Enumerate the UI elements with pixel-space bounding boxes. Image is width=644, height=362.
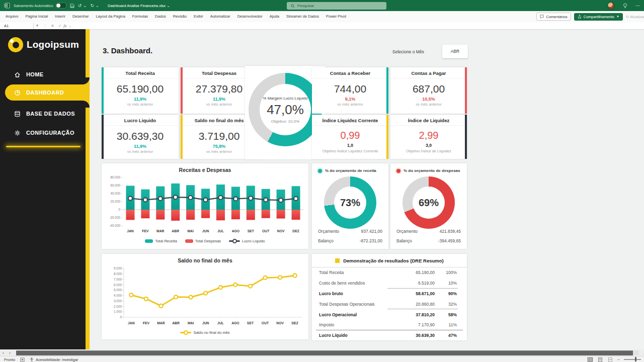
comment-icon bbox=[540, 15, 544, 19]
sidebar-divider bbox=[6, 146, 80, 147]
dre-summary-table: Demonstração de resultados (DRE Resumo) … bbox=[312, 254, 467, 340]
bar-chart-svg: 80.00060.00040.00020.0000-20.000-40.000J… bbox=[102, 174, 308, 237]
minimize-icon[interactable]: — bbox=[635, 0, 640, 11]
svg-text:AGO: AGO bbox=[232, 229, 239, 233]
legend-item: Total Despesas bbox=[185, 239, 221, 243]
zoom-out-icon[interactable]: − bbox=[617, 357, 620, 362]
autosave-toggle[interactable] bbox=[55, 3, 66, 9]
ribbon-tab-automatizar[interactable]: Automatizar bbox=[207, 11, 234, 22]
ribbon-tab-página-inicial[interactable]: Página Inicial bbox=[22, 11, 51, 22]
sidebar-item-configuracao[interactable]: CONFIGURAÇÃO bbox=[0, 126, 86, 140]
line-chart-svg: 9.0008.0007.0006.0005.0004.0003.0002.000… bbox=[102, 265, 308, 328]
legend-dot-receita bbox=[318, 169, 322, 173]
workbook-title[interactable]: Dashboard Analise Financeira.xlsx ⌄ bbox=[108, 4, 170, 8]
zoom-slider[interactable] bbox=[624, 359, 641, 360]
chart-saldo-final-mes: Saldo no final do mês 9.0008.0007.0006.0… bbox=[102, 254, 308, 339]
svg-text:DEZ: DEZ bbox=[291, 321, 298, 325]
ribbon-tab-desenvolvedor[interactable]: Desenvolvedor bbox=[234, 11, 266, 22]
save-icon[interactable] bbox=[70, 4, 74, 8]
svg-text:JUL: JUL bbox=[217, 321, 224, 325]
svg-text:0: 0 bbox=[120, 315, 122, 319]
kpi-card-total-receita: Total Receita 65.190,00 11,9% vs mês ant… bbox=[102, 67, 179, 114]
ribbon-tab-layout-da-página[interactable]: Layout da Página bbox=[92, 11, 128, 22]
macro-record-icon[interactable] bbox=[20, 357, 25, 362]
database-icon bbox=[14, 111, 21, 117]
sidebar-item-base-de-dados[interactable]: BASE DE DADOS bbox=[0, 107, 86, 121]
namebox-dropdown-icon[interactable]: ▼ bbox=[34, 24, 41, 27]
legend-item: Lucro Líquido bbox=[229, 239, 265, 243]
gauge-target: Objetivo: 10,0% bbox=[271, 119, 299, 124]
sheet-nav-right-icon[interactable]: › bbox=[7, 350, 13, 355]
table-row: Balanço-872.231,00 bbox=[318, 236, 382, 245]
gauge-card-margem-lucro: % Margem Lucro Líquido 47,0% Objetivo: 1… bbox=[245, 66, 326, 159]
svg-text:MAR: MAR bbox=[156, 229, 165, 233]
name-box[interactable] bbox=[0, 23, 34, 29]
svg-text:2.000: 2.000 bbox=[114, 305, 122, 308]
enter-icon[interactable]: ✓ bbox=[56, 24, 64, 28]
page-break-view-icon[interactable] bbox=[607, 357, 613, 362]
svg-text:AGO: AGO bbox=[231, 321, 239, 325]
scrollbar-thumb[interactable] bbox=[16, 350, 633, 355]
user-avatar[interactable] bbox=[607, 2, 615, 10]
kpi-accent-bar bbox=[386, 115, 388, 159]
svg-text:ABR: ABR bbox=[172, 229, 179, 233]
zoom-slider-handle[interactable] bbox=[635, 357, 636, 361]
ribbon-tab-arquivo[interactable]: Arquivo bbox=[2, 11, 22, 22]
ribbon-tab-inserir[interactable]: Inserir bbox=[51, 11, 69, 22]
undo-icon[interactable]: ↺ ⌄ bbox=[78, 0, 87, 11]
page-layout-view-icon[interactable] bbox=[597, 357, 603, 362]
cancel-icon[interactable]: ✕ bbox=[49, 24, 56, 28]
share-button[interactable]: Compartilhamento ▼ bbox=[574, 13, 623, 21]
svg-text:3.000: 3.000 bbox=[114, 299, 122, 303]
formula-input[interactable] bbox=[73, 23, 644, 29]
table-row: Total Receita65.190,00100% bbox=[312, 267, 467, 278]
legend-item: Total Receita bbox=[145, 239, 177, 243]
line-chart-legend: Saldo no final do mês bbox=[102, 330, 308, 335]
svg-text:NOV: NOV bbox=[276, 321, 284, 325]
svg-text:JAN: JAN bbox=[128, 321, 135, 325]
kpi-accent-bar bbox=[181, 67, 183, 114]
ribbon-tab-exibir[interactable]: Exibir bbox=[190, 11, 207, 22]
ribbon-tab-revisão[interactable]: Revisão bbox=[170, 11, 190, 22]
svg-text:20.000: 20.000 bbox=[110, 200, 120, 203]
accessibility-icon bbox=[30, 357, 34, 362]
svg-text:OUT: OUT bbox=[262, 321, 269, 325]
formula-bar: ▼ ⋮ ✕ ✓ fx ⌄ bbox=[0, 22, 644, 30]
svg-text:FEV: FEV bbox=[143, 321, 150, 325]
month-slicer-button[interactable]: ABR bbox=[442, 45, 468, 58]
search-icon bbox=[291, 4, 295, 8]
table-row: Lucro bruto58.671,0090% bbox=[312, 289, 467, 299]
ribbon-tab-dados[interactable]: Dados bbox=[151, 11, 170, 22]
ribbon-tab-desenhar[interactable]: Desenhar bbox=[69, 11, 93, 22]
dre-bullet-icon bbox=[335, 258, 340, 263]
comments-button[interactable]: Comentários bbox=[536, 13, 571, 21]
home-icon bbox=[14, 71, 21, 78]
gear-icon bbox=[14, 130, 21, 136]
formula-expand-icon[interactable]: ⌄ bbox=[67, 24, 73, 28]
search-input[interactable]: Pesquisar bbox=[287, 2, 386, 10]
bar-chart-legend: Total ReceitaTotal DespesasLucro Líquido bbox=[102, 239, 308, 243]
svg-text:JAN: JAN bbox=[127, 229, 134, 233]
kpi-card-contas-a-receber: Contas a Receber 744,00 9,1% vs mês ante… bbox=[312, 67, 388, 114]
redo-icon[interactable]: ↻ ⌄ bbox=[90, 0, 99, 11]
legend-dot-despesas bbox=[396, 169, 400, 173]
ribbon-tab-fórmulas[interactable]: Fórmulas bbox=[129, 11, 151, 22]
sheet-nav-left-icon[interactable]: ‹ bbox=[0, 350, 7, 355]
ribbon-tab-streamer-de-dados[interactable]: Streamer de Dados bbox=[283, 11, 323, 22]
donut-chart-despesas: 69% bbox=[403, 176, 455, 229]
sidebar-item-home[interactable]: HOME bbox=[0, 67, 86, 81]
share-icon bbox=[578, 15, 582, 19]
ribbon-tab-power-pivot[interactable]: Power Pivot bbox=[323, 11, 350, 22]
donut-chart-receita: 73% bbox=[324, 176, 376, 229]
update-button[interactable]: ↻ Atualizar bbox=[626, 15, 644, 19]
horizontal-scrollbar[interactable] bbox=[16, 350, 639, 355]
accessibility-status[interactable]: Acessibilidade: investigar bbox=[30, 357, 78, 362]
chart-receitas-despesas: Receitas e Despesas 80.00060.00040.00020… bbox=[102, 163, 308, 249]
ribbon-tab-ajuda[interactable]: Ajuda bbox=[266, 11, 283, 22]
table-row: Lucro Líquido30.639,3047% bbox=[312, 330, 467, 341]
normal-view-icon[interactable] bbox=[587, 357, 593, 362]
sidebar-item-dashboard[interactable]: DASHBOARD bbox=[5, 84, 90, 101]
svg-text:FEV: FEV bbox=[142, 229, 149, 233]
gauge-label: % Margem Lucro Líquido bbox=[261, 96, 309, 101]
lightbulb-icon[interactable] bbox=[623, 3, 627, 9]
